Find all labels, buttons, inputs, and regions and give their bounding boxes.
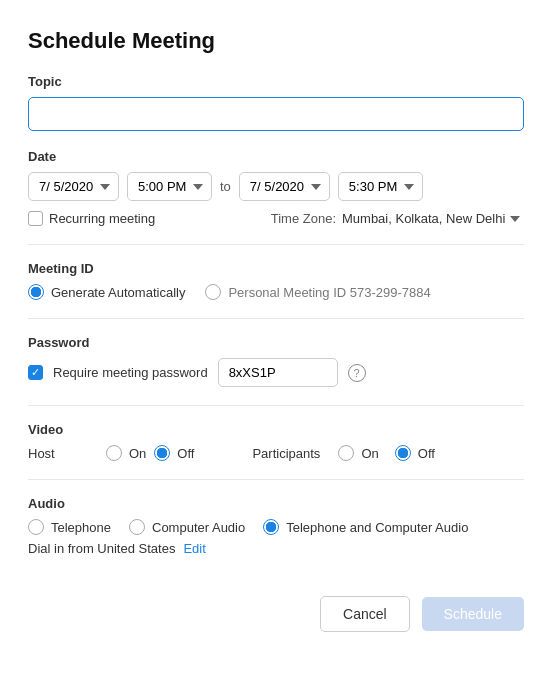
host-off-radio[interactable] — [154, 445, 170, 461]
meeting-id-label: Meeting ID — [28, 261, 524, 276]
computer-audio-label: Computer Audio — [152, 520, 245, 535]
start-date-select[interactable]: 7/ 5/2020 — [28, 172, 119, 201]
host-on-label: On — [129, 446, 146, 461]
participants-off-radio[interactable] — [395, 445, 411, 461]
telephone-option[interactable]: Telephone — [28, 519, 111, 535]
computer-audio-option[interactable]: Computer Audio — [129, 519, 245, 535]
cancel-button[interactable]: Cancel — [320, 596, 410, 632]
both-audio-option[interactable]: Telephone and Computer Audio — [263, 519, 468, 535]
divider-3 — [28, 405, 524, 406]
both-audio-radio[interactable] — [263, 519, 279, 535]
personal-meeting-radio[interactable] — [205, 284, 221, 300]
participants-on-label: On — [361, 446, 378, 461]
participants-on-radio[interactable] — [338, 445, 354, 461]
host-label: Host — [28, 446, 98, 461]
end-time-select[interactable]: 5:30 PM — [338, 172, 423, 201]
participants-on-option[interactable]: On — [338, 445, 378, 461]
host-off-label: Off — [177, 446, 194, 461]
password-label: Password — [28, 335, 524, 350]
telephone-radio[interactable] — [28, 519, 44, 535]
start-time-select[interactable]: 5:00 PM — [127, 172, 212, 201]
participants-label: Participants — [252, 446, 322, 461]
recurring-checkbox[interactable] — [28, 211, 43, 226]
help-icon[interactable]: ? — [348, 364, 366, 382]
participants-off-label: Off — [418, 446, 435, 461]
generate-auto-option[interactable]: Generate Automatically — [28, 284, 185, 300]
generate-auto-label: Generate Automatically — [51, 285, 185, 300]
personal-meeting-label: Personal Meeting ID 573-299-7884 — [228, 285, 430, 300]
require-password-label: Require meeting password — [53, 365, 208, 380]
require-password-checkbox[interactable] — [28, 365, 43, 380]
host-off-option[interactable]: Off — [154, 445, 194, 461]
host-on-radio[interactable] — [106, 445, 122, 461]
telephone-label: Telephone — [51, 520, 111, 535]
generate-auto-radio[interactable] — [28, 284, 44, 300]
page-title: Schedule Meeting — [28, 28, 524, 54]
date-label: Date — [28, 149, 524, 164]
both-audio-label: Telephone and Computer Audio — [286, 520, 468, 535]
recurring-label: Recurring meeting — [49, 211, 155, 226]
personal-meeting-option[interactable]: Personal Meeting ID 573-299-7884 — [205, 284, 430, 300]
schedule-button[interactable]: Schedule — [422, 597, 524, 631]
audio-label: Audio — [28, 496, 524, 511]
divider-4 — [28, 479, 524, 480]
end-date-select[interactable]: 7/ 5/2020 — [239, 172, 330, 201]
timezone-select[interactable]: Mumbai, Kolkata, New Delhi — [342, 211, 524, 226]
topic-label: Topic — [28, 74, 524, 89]
video-label: Video — [28, 422, 524, 437]
host-on-option[interactable]: On — [106, 445, 146, 461]
password-field[interactable] — [218, 358, 338, 387]
to-label: to — [220, 179, 231, 194]
edit-link[interactable]: Edit — [183, 541, 205, 556]
divider-1 — [28, 244, 524, 245]
participants-off-option[interactable]: Off — [395, 445, 435, 461]
computer-audio-radio[interactable] — [129, 519, 145, 535]
topic-input[interactable] — [28, 97, 524, 131]
divider-2 — [28, 318, 524, 319]
dial-in-text: Dial in from United States — [28, 541, 175, 556]
timezone-label: Time Zone: — [271, 211, 336, 226]
footer: Cancel Schedule — [28, 596, 524, 632]
